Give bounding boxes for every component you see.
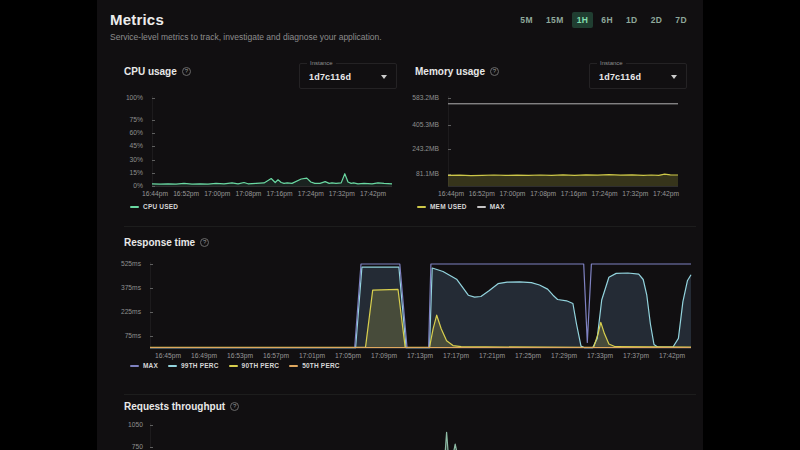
throughput-requests-line	[150, 432, 691, 450]
response-99th-perc-area	[150, 267, 691, 348]
throughput-requests-area	[150, 432, 691, 450]
charts-svg	[0, 0, 800, 450]
metrics-page: Metrics Service-level metrics to track, …	[0, 0, 800, 450]
memory-mem-used-line	[448, 174, 678, 176]
